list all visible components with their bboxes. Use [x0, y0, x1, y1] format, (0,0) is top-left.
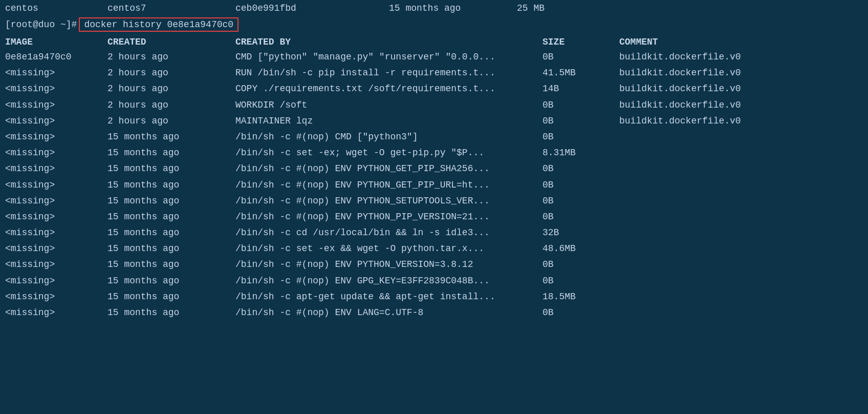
col-created: 15 months ago [107, 242, 235, 255]
col-comment: buildkit.dockerfile.v0 [619, 51, 863, 64]
col-created-by: /bin/sh -c #(nop) ENV PYTHON_GET_PIP_URL… [235, 179, 542, 192]
col-created: 15 months ago [107, 179, 235, 192]
col-created: 15 months ago [107, 162, 235, 175]
header-size: SIZE [542, 37, 619, 47]
col-size: 0B [542, 195, 619, 208]
table-row: <missing>2 hours agoRUN /bin/sh -c pip i… [0, 65, 868, 81]
col-size: 32B [542, 226, 619, 239]
col-image: <missing> [5, 67, 107, 79]
col-image: <missing> [5, 242, 107, 255]
top-row: centos centos7 ceb0e991fbd 15 months ago… [0, 2, 868, 14]
header-row: IMAGE CREATED CREATED BY SIZE COMMENT [0, 35, 868, 49]
col-created: 15 months ago [107, 211, 235, 223]
col-size: 18.5MB [542, 291, 619, 303]
col-created-by: MAINTAINER lqz [235, 115, 542, 128]
col-created-by: /bin/sh -c set -ex && wget -O python.tar… [235, 242, 542, 255]
col-comment [619, 258, 863, 271]
col-size: 0B [542, 162, 619, 175]
col-comment [619, 131, 863, 143]
prompt: [root@duo ~]# [5, 19, 77, 30]
col-size: 14B [542, 82, 619, 95]
command-row: [root@duo ~]# docker history 0e8e1a9470c… [0, 14, 868, 35]
col-image: <missing> [5, 226, 107, 239]
table-row: <missing>2 hours agoWORKDIR /soft0Bbuild… [0, 97, 868, 113]
col-image: <missing> [5, 115, 107, 128]
col-comment: buildkit.dockerfile.v0 [619, 82, 863, 95]
col-comment [619, 242, 863, 255]
command-box[interactable]: docker history 0e8e1a9470c0 [79, 17, 238, 32]
col-created-by: COPY ./requirements.txt /soft/requiremen… [235, 82, 542, 95]
col-size: 0B [542, 211, 619, 223]
col-created: 15 months ago [107, 306, 235, 319]
table-row: <missing>15 months ago/bin/sh -c #(nop) … [0, 193, 868, 209]
col-image: <missing> [5, 82, 107, 95]
col-created-by: RUN /bin/sh -c pip install -r requiremen… [235, 67, 542, 79]
header-comment: COMMENT [619, 37, 863, 47]
col-image: <missing> [5, 99, 107, 112]
table-row: <missing>15 months ago/bin/sh -c #(nop) … [0, 257, 868, 273]
table-row: <missing>15 months ago/bin/sh -c #(nop) … [0, 161, 868, 177]
col-comment [619, 211, 863, 223]
col-size: 41.5MB [542, 67, 619, 79]
col-created: 2 hours ago [107, 51, 235, 64]
col-image: <missing> [5, 306, 107, 319]
top-col3: ceb0e991fbd [235, 3, 389, 13]
col-created: 15 months ago [107, 147, 235, 159]
table-row: <missing>2 hours agoCOPY ./requirements.… [0, 81, 868, 97]
col-image: <missing> [5, 147, 107, 159]
col-created: 15 months ago [107, 131, 235, 143]
col-comment [619, 179, 863, 192]
table-row: <missing>15 months ago/bin/sh -c set -ex… [0, 145, 868, 161]
top-col2: centos7 [107, 3, 235, 13]
table-row: <missing>15 months ago/bin/sh -c cd /usr… [0, 225, 868, 241]
top-col5: 25 MB [517, 3, 545, 13]
col-created: 2 hours ago [107, 82, 235, 95]
col-image: <missing> [5, 195, 107, 208]
col-size: 8.31MB [542, 147, 619, 159]
top-col4: 15 months ago [389, 3, 517, 13]
col-size: 0B [542, 131, 619, 143]
col-size: 0B [542, 306, 619, 319]
data-rows-container: 0e8e1a9470c02 hours agoCMD ["python" "ma… [0, 49, 868, 321]
col-comment [619, 195, 863, 208]
col-created-by: /bin/sh -c #(nop) ENV LANG=C.UTF-8 [235, 306, 542, 319]
col-image: <missing> [5, 179, 107, 192]
col-created-by: /bin/sh -c set -ex; wget -O get-pip.py "… [235, 147, 542, 159]
col-created-by: /bin/sh -c #(nop) ENV PYTHON_SETUPTOOLS_… [235, 195, 542, 208]
col-created: 15 months ago [107, 258, 235, 271]
col-created-by: /bin/sh -c #(nop) CMD ["python3"] [235, 131, 542, 143]
col-comment [619, 162, 863, 175]
terminal: centos centos7 ceb0e991fbd 15 months ago… [0, 0, 868, 414]
table-row: <missing>15 months ago/bin/sh -c #(nop) … [0, 273, 868, 289]
header-created-by: CREATED BY [235, 37, 542, 47]
col-created-by: /bin/sh -c #(nop) ENV PYTHON_GET_PIP_SHA… [235, 162, 542, 175]
header-image: IMAGE [5, 37, 107, 47]
table-row: <missing>15 months ago/bin/sh -c #(nop) … [0, 305, 868, 321]
col-image: <missing> [5, 211, 107, 223]
col-created-by: /bin/sh -c #(nop) ENV GPG_KEY=E3FF2839C0… [235, 275, 542, 287]
col-created: 15 months ago [107, 275, 235, 287]
col-size: 0B [542, 51, 619, 64]
col-created-by: /bin/sh -c apt-get update && apt-get ins… [235, 291, 542, 303]
table-row: <missing>15 months ago/bin/sh -c apt-get… [0, 289, 868, 305]
col-size: 48.6MB [542, 242, 619, 255]
col-created: 2 hours ago [107, 115, 235, 128]
col-created: 15 months ago [107, 291, 235, 303]
col-created-by: /bin/sh -c #(nop) ENV PYTHON_PIP_VERSION… [235, 211, 542, 223]
col-created-by: CMD ["python" "manage.py" "runserver" "0… [235, 51, 542, 64]
table-row: <missing>15 months ago/bin/sh -c set -ex… [0, 241, 868, 257]
col-size: 0B [542, 275, 619, 287]
col-size: 0B [542, 115, 619, 128]
col-image: <missing> [5, 275, 107, 287]
col-comment [619, 291, 863, 303]
col-created: 15 months ago [107, 226, 235, 239]
col-comment: buildkit.dockerfile.v0 [619, 115, 863, 128]
header-created: CREATED [107, 37, 235, 47]
col-comment [619, 306, 863, 319]
col-created-by: WORKDIR /soft [235, 99, 542, 112]
col-created-by: /bin/sh -c cd /usr/local/bin && ln -s id… [235, 226, 542, 239]
col-size: 0B [542, 99, 619, 112]
col-image: 0e8e1a9470c0 [5, 51, 107, 64]
col-created: 2 hours ago [107, 67, 235, 79]
col-created: 2 hours ago [107, 99, 235, 112]
